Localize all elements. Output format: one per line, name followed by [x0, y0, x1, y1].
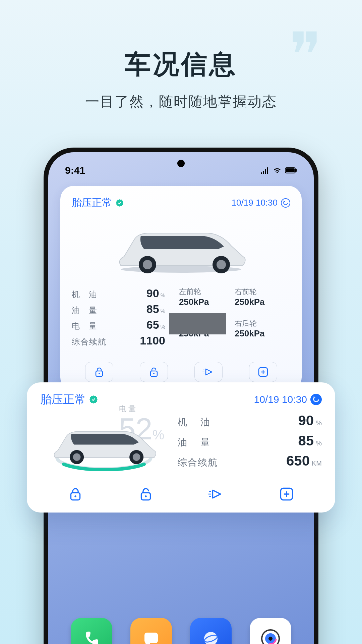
wide-oil-value: 90 [298, 413, 314, 428]
wide-timestamp: 10/19 10:30 [254, 394, 322, 405]
timestamp-text: 10/19 10:30 [232, 198, 278, 208]
wide-oil-label: 机 油 [178, 416, 215, 429]
wide-fuel-label: 油 量 [178, 436, 215, 449]
car-image [72, 213, 290, 280]
dock [62, 618, 300, 644]
add-button[interactable] [249, 362, 277, 382]
fuel-value: 85 [146, 303, 159, 315]
dock-messages-icon[interactable] [130, 618, 172, 644]
svg-rect-1 [286, 168, 295, 172]
svg-point-11 [153, 373, 155, 374]
lock-button[interactable] [85, 362, 113, 382]
battery-unit: % [161, 324, 165, 330]
wide-action-row [40, 481, 322, 505]
tire-status-text: 胎压正常 [72, 196, 112, 210]
stat-fuel: 油 量 85% [72, 303, 165, 316]
fuel-unit: % [161, 308, 165, 314]
action-row [72, 359, 290, 382]
tire-status: 胎压正常 [72, 196, 124, 210]
status-icons [260, 167, 297, 174]
tire-fl-label: 左前轮 [179, 287, 235, 297]
battery-icon [285, 167, 297, 173]
tire-rr-label: 右后轮 [235, 318, 290, 328]
svg-point-5 [143, 260, 152, 269]
tire-stats: 左前轮 250kPa 右前轮 250kPa 左后轮 250kPa 右后轮 250… [172, 287, 290, 350]
wide-fuel-value: 85 [298, 433, 314, 448]
oil-value: 90 [146, 287, 159, 300]
tire-fl-value: 250kPa [179, 297, 235, 307]
battery-label: 电 量 [72, 321, 100, 331]
status-time: 9:41 [65, 165, 85, 176]
wide-range-unit: KM [312, 460, 322, 467]
verified-badge-icon [115, 199, 124, 207]
redacted-block [169, 313, 226, 334]
svg-point-7 [217, 260, 226, 269]
wide-start-button[interactable] [199, 483, 233, 505]
fuel-label: 油 量 [72, 305, 100, 316]
wide-stat-range: 综合续航 650KM [178, 453, 322, 469]
tire-fr-label: 右前轮 [235, 287, 290, 297]
wide-tire-status: 胎压正常 [40, 392, 98, 407]
vehicle-widget-large[interactable]: 胎压正常 10/19 10:30 [60, 186, 302, 391]
wide-refresh-icon[interactable] [310, 394, 322, 405]
wide-header: 胎压正常 10/19 10:30 [40, 392, 322, 407]
svg-point-19 [268, 637, 273, 641]
fluid-stats: 机 油 90% 油 量 85% 电 量 65% 综合续航 1100 [72, 287, 172, 350]
tire-fr: 右前轮 250kPa [235, 287, 290, 314]
battery-value: 65 [146, 318, 159, 331]
battery-bg-label: 电 量 [119, 405, 136, 413]
oil-label: 机 油 [72, 289, 100, 300]
wide-range-label: 综合续航 [178, 456, 218, 469]
range-value: 1100 [140, 334, 165, 347]
widget-timestamp: 10/19 10:30 [232, 198, 290, 208]
start-button[interactable] [194, 362, 223, 382]
wide-body: 电 量 52% 机 油 90% 油 量 85% 综合续航 650KM [40, 411, 322, 474]
tire-rr-value: 250kPa [235, 328, 290, 339]
wide-range-value: 650 [286, 453, 310, 469]
wide-fuel-unit: % [316, 439, 322, 447]
stat-oil: 机 油 90% [72, 287, 165, 300]
wide-unlock-button[interactable] [129, 483, 163, 505]
unlock-button[interactable] [140, 362, 168, 382]
refresh-icon[interactable] [281, 198, 290, 208]
wide-oil-unit: % [316, 419, 322, 427]
dock-camera-icon[interactable] [250, 618, 291, 644]
range-label: 综合续航 [72, 336, 107, 347]
svg-point-25 [133, 453, 140, 461]
dock-browser-icon[interactable] [190, 618, 232, 644]
dock-phone-icon[interactable] [71, 618, 112, 644]
wide-car-image: 电 量 52% [40, 411, 168, 474]
stats-row: 机 油 90% 油 量 85% 电 量 65% 综合续航 1100 [72, 287, 290, 350]
oil-unit: % [161, 292, 165, 298]
camera-notch [177, 160, 185, 167]
svg-point-23 [73, 453, 81, 461]
wide-add-button[interactable] [270, 483, 303, 505]
stat-range: 综合续航 1100 [72, 334, 165, 347]
tire-fl: 左前轮 250kPa [179, 287, 235, 314]
vehicle-widget-wide[interactable]: 胎压正常 10/19 10:30 电 量 52% [27, 382, 335, 513]
hero-section: 车况信息 一目了然，随时随地掌握动态 [0, 47, 362, 111]
svg-point-29 [145, 495, 146, 497]
wide-stat-oil: 机 油 90% [178, 413, 322, 429]
wide-verified-badge-icon [89, 395, 98, 404]
wide-status-text: 胎压正常 [40, 392, 86, 407]
wide-stat-fuel: 油 量 85% [178, 433, 322, 449]
widget-header: 胎压正常 10/19 10:30 [72, 196, 290, 210]
svg-point-27 [74, 495, 76, 497]
stat-battery: 电 量 65% [72, 318, 165, 331]
svg-rect-2 [296, 169, 297, 172]
tire-rr: 右后轮 250kPa [235, 318, 290, 345]
signal-icon [260, 167, 269, 174]
hero-subtitle: 一目了然，随时随地掌握动态 [0, 92, 362, 111]
wifi-icon [273, 167, 282, 174]
svg-point-9 [99, 373, 100, 374]
wide-lock-button[interactable] [59, 483, 92, 505]
hero-title: 车况信息 [0, 47, 362, 82]
tire-fr-value: 250kPa [235, 297, 290, 307]
wide-timestamp-text: 10/19 10:30 [254, 394, 307, 405]
wide-stats: 机 油 90% 油 量 85% 综合续航 650KM [178, 411, 322, 474]
